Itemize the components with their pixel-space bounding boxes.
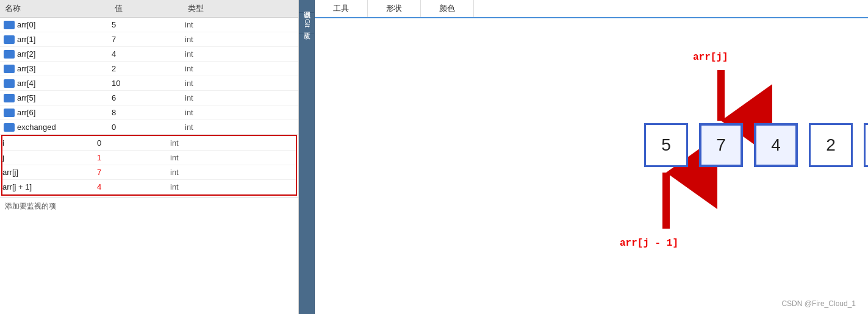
sidebar-tab-debugger[interactable]: 调试器 [299, 0, 314, 13]
viz-area: arr[j] 57421068 arr[j - 1] CSDN @Fire_Cl… [315, 18, 868, 314]
header-type: 类型 [183, 2, 256, 15]
add-watch[interactable]: 添加要监视的项 [0, 197, 298, 215]
array-box-0: 5 [644, 123, 688, 167]
row-icon [4, 94, 15, 102]
row-icon [4, 50, 15, 59]
row-type: int [185, 123, 258, 132]
row-value: 0 [97, 138, 170, 148]
row-icon [4, 109, 15, 117]
highlighted-table-row: arr[j + 1] 4 int [2, 180, 296, 194]
row-value: 2 [112, 64, 185, 73]
row-type: int [170, 182, 243, 191]
highlighted-rows: i 0 int j 1 int arr[j] 7 int arr[j + 1] … [2, 136, 296, 194]
watermark: CSDN @Fire_Cloud_1 [781, 299, 856, 308]
row-name: arr[j + 1] [2, 182, 97, 191]
row-type: int [170, 168, 243, 177]
highlighted-table-row: i 0 int [2, 136, 296, 151]
toolbar-item-tools[interactable]: 工具 [315, 0, 368, 17]
row-name: i [2, 138, 97, 148]
row-type: int [185, 93, 258, 102]
row-value: 6 [112, 93, 185, 102]
table-row: arr[4] 10 int [0, 76, 298, 91]
sidebar-tab-git[interactable]: Git更改 [299, 13, 314, 34]
arrj-label: arr[j] [693, 52, 728, 63]
row-icon [4, 123, 15, 132]
row-type: int [185, 49, 258, 59]
regular-rows: arr[0] 5 int arr[1] 7 int arr[2] 4 int a… [0, 18, 298, 135]
table-row: exchanged 0 int [0, 120, 298, 135]
row-type: int [170, 153, 243, 162]
row-value: 1 [97, 153, 170, 162]
row-name: exchanged [17, 123, 112, 132]
sidebar-tabs: 调试器 Git更改 [299, 0, 315, 314]
toolbar-item-color[interactable]: 颜色 [421, 0, 474, 17]
row-value: 8 [112, 108, 185, 117]
toolbar-item-shape[interactable]: 形状 [368, 0, 421, 17]
table-row: arr[0] 5 int [0, 18, 298, 32]
array-box-3: 2 [809, 123, 853, 167]
array-box-2: 4 [754, 123, 798, 167]
table-header: 名称 值 类型 [0, 0, 298, 18]
right-panel: 工具 形状 颜色 arr[j] 57 [315, 0, 868, 314]
row-icon [4, 21, 15, 29]
row-name: arr[6] [17, 108, 112, 117]
table-row: arr[1] 7 int [0, 32, 298, 47]
table-row: arr[3] 2 int [0, 62, 298, 76]
row-icon [4, 65, 15, 73]
array-box-4: 10 [864, 123, 868, 167]
row-type: int [185, 20, 258, 29]
row-value: 10 [112, 79, 185, 88]
highlighted-table-row: j 1 int [2, 151, 296, 165]
row-type: int [185, 79, 258, 88]
row-value: 7 [97, 168, 170, 177]
row-name: arr[3] [17, 64, 112, 73]
row-icon [4, 79, 15, 88]
table-row: arr[6] 8 int [0, 105, 298, 120]
arrjm1-label: arr[j - 1] [620, 238, 678, 249]
row-name: arr[1] [17, 35, 112, 44]
row-value: 4 [97, 182, 170, 191]
array-box-1: 7 [699, 123, 743, 167]
array-container: 57421068 [644, 123, 868, 167]
row-name: arr[4] [17, 79, 112, 88]
header-value: 值 [110, 2, 183, 15]
table-row: arr[2] 4 int [0, 47, 298, 62]
toolbar: 工具 形状 颜色 [315, 0, 868, 18]
row-name: arr[5] [17, 93, 112, 102]
highlighted-table-row: arr[j] 7 int [2, 165, 296, 180]
row-type: int [185, 108, 258, 117]
row-value: 4 [112, 49, 185, 59]
row-value: 0 [112, 123, 185, 132]
row-name: arr[0] [17, 20, 112, 29]
highlighted-rows-box: i 0 int j 1 int arr[j] 7 int arr[j + 1] … [1, 135, 297, 196]
row-name: arr[j] [2, 168, 97, 177]
row-type: int [185, 35, 258, 44]
table-row: arr[5] 6 int [0, 91, 298, 105]
row-icon [4, 35, 15, 44]
header-name: 名称 [0, 2, 110, 15]
row-name: j [2, 153, 97, 162]
row-value: 7 [112, 35, 185, 44]
row-type: int [185, 64, 258, 73]
row-name: arr[2] [17, 49, 112, 59]
variables-panel: 名称 值 类型 arr[0] 5 int arr[1] 7 int arr[2]… [0, 0, 299, 314]
row-value: 5 [112, 20, 185, 29]
row-type: int [170, 138, 243, 148]
